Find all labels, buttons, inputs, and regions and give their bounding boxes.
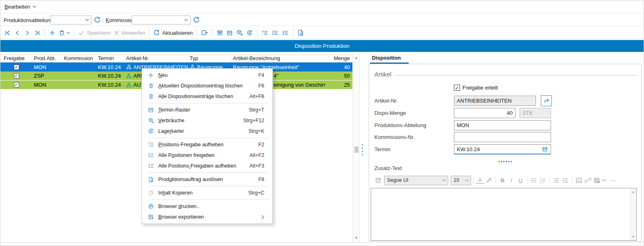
- indent-button[interactable]: [561, 176, 570, 185]
- font-color-button[interactable]: A: [476, 177, 485, 184]
- discard-button[interactable]: Verwerfen: [112, 27, 147, 38]
- scroll-up-icon[interactable]: ▲: [353, 56, 359, 60]
- chevron-down-icon: [32, 5, 37, 9]
- menu-item-verbraeuche[interactable]: Verbräuche Strg+F12: [142, 115, 272, 126]
- kommissions-nr-field[interactable]: [454, 132, 551, 142]
- record-navigator-button[interactable]: [199, 27, 210, 38]
- menu-item-browser-drucken[interactable]: Browser drucken..: [142, 201, 272, 212]
- refresh-icon[interactable]: [193, 16, 200, 24]
- trash-icon: [146, 83, 156, 89]
- freigabe-checkbox[interactable]: ✓: [14, 73, 19, 78]
- menu-item-produktionsauftrag-ausloesen[interactable]: Produktionsauftrag auslösen F8: [142, 174, 272, 185]
- cube-arrow-icon: [146, 117, 156, 124]
- produktionsauftrag-ausloesen-button[interactable]: [296, 27, 306, 38]
- col-header-menge[interactable]: Menge: [329, 54, 352, 62]
- menu-item-alle-eintraege-loeschen[interactable]: Alle Dispositionseinträge löschen Alt+F6: [142, 91, 272, 102]
- bullet-list-button[interactable]: [529, 176, 538, 185]
- separator: [572, 177, 572, 184]
- separator: [149, 29, 149, 37]
- lagerkartei-button[interactable]: [245, 27, 255, 38]
- col-header-kommission[interactable]: Kommission: [62, 54, 96, 62]
- verbraeuche-button[interactable]: [235, 27, 245, 38]
- menu-item-alle-positionen-freigeben[interactable]: Alle Positionen freigeben Alt+F2: [142, 150, 272, 161]
- last-record-button[interactable]: [32, 27, 42, 38]
- freigabe-checkbox[interactable]: ✓: [14, 82, 19, 87]
- col-header-typ[interactable]: Typ: [188, 54, 231, 62]
- submenu-arrow-icon: [261, 215, 264, 219]
- freigabe-erteilt-checkbox[interactable]: ✓: [454, 85, 460, 91]
- editor-vertical-scrollbar[interactable]: ▲ ▼: [630, 189, 636, 240]
- archive-button[interactable]: [215, 27, 225, 38]
- dispo-menge-field[interactable]: 40: [454, 108, 516, 118]
- chevron-down-icon[interactable]: [602, 179, 606, 182]
- insert-link-button[interactable]: [583, 176, 592, 185]
- menu-item-lagerkartei[interactable]: Lagerkartei Strg+K: [142, 126, 272, 136]
- alle-positionen-freigeben-button[interactable]: [270, 27, 280, 38]
- scroll-up-icon[interactable]: ▲: [631, 190, 636, 194]
- jump-to-artikel-button[interactable]: [541, 95, 552, 106]
- baugruppe-icon: [126, 73, 132, 79]
- bold-button[interactable]: B: [498, 176, 507, 185]
- calendar-icon[interactable]: [542, 146, 548, 152]
- next-record-button[interactable]: [22, 27, 32, 38]
- richtext-toolbar: Segoe UI 10 A B I U 123 —: [374, 175, 617, 186]
- produktions-abteilung-label: Produktions-Abteilung: [374, 122, 426, 128]
- menu-item-alle-positions-freigaben-aufheben[interactable]: Alle Positions-Freigaben aufheben Alt+F3: [142, 161, 272, 171]
- col-header-artikel-nr[interactable]: Artikel-Nr.: [124, 54, 188, 62]
- menu-item-inhalt-kopieren[interactable]: Inhalt Kopieren Strg+C: [142, 188, 272, 198]
- highlight-pen-button[interactable]: [485, 176, 494, 185]
- separator: [257, 29, 257, 37]
- delete-record-button[interactable]: [57, 27, 71, 38]
- produktionsabteilung-combobox[interactable]: [51, 16, 91, 25]
- termin-field[interactable]: KW.10.24: [454, 144, 551, 154]
- underline-button[interactable]: U: [516, 176, 525, 185]
- browser-title-bar: Disposition Produktion: [0, 40, 644, 52]
- col-header-artikel-bezeichnung[interactable]: Artikel-Bezeichnung: [231, 54, 329, 62]
- col-header-prodabt[interactable]: Prod.Abt.: [32, 54, 62, 62]
- zusatz-text-editor[interactable]: ▲ ▼: [371, 188, 637, 241]
- chevron-down-icon: [66, 31, 70, 34]
- outdent-button[interactable]: [552, 176, 561, 185]
- font-family-combobox[interactable]: Segoe UI: [384, 176, 448, 185]
- grid-vertical-scrollbar[interactable]: ▲ ▼: [353, 54, 360, 242]
- baugruppe-icon: [126, 64, 132, 70]
- artikel-nr-label: Artikel-Nr.: [374, 98, 398, 104]
- insert-image-button[interactable]: [574, 176, 583, 185]
- save-button[interactable]: Speichern: [77, 27, 112, 38]
- scrollbar-thumb[interactable]: [354, 146, 359, 153]
- col-header-termin[interactable]: Termin: [96, 54, 124, 62]
- menu-item-browser-exportieren[interactable]: Browser exportieren: [142, 212, 272, 222]
- doc-gear-icon: [297, 29, 305, 36]
- menu-item-neu[interactable]: Neu F4: [142, 70, 272, 81]
- text-block-icon[interactable]: [374, 176, 383, 185]
- separator: [293, 29, 293, 37]
- menu-item-termin-raster[interactable]: Termin-Raster Strg+T: [142, 105, 272, 115]
- bearbeiten-menu[interactable]: Bearbeiten: [4, 4, 37, 10]
- scroll-down-icon[interactable]: ▼: [631, 235, 636, 239]
- alle-positions-freigaben-aufheben-button[interactable]: [280, 27, 290, 38]
- artikel-nr-field[interactable]: ANTRIEBSEINHEITEN: [454, 96, 536, 106]
- insert-table-button[interactable]: [592, 176, 601, 185]
- positions-freigabe-aufheben-button[interactable]: [260, 27, 270, 38]
- scroll-down-icon[interactable]: ▼: [353, 236, 359, 240]
- produktions-abteilung-field[interactable]: MON: [454, 120, 551, 130]
- bearbeiten-label: Bearbeiten: [4, 4, 30, 10]
- refresh-button[interactable]: Aktualisieren: [152, 27, 194, 38]
- font-size-combobox[interactable]: 10: [451, 176, 471, 185]
- horizontal-rule-button[interactable]: —: [609, 176, 617, 185]
- col-header-freigabe[interactable]: Freigabe: [0, 54, 32, 62]
- new-record-button[interactable]: [47, 27, 57, 38]
- italic-button[interactable]: I: [507, 176, 516, 185]
- section-splitter-handle[interactable]: [498, 161, 512, 162]
- freigabe-checkbox[interactable]: ✓: [14, 65, 19, 70]
- tab-disposition[interactable]: Disposition: [372, 55, 401, 61]
- termin-raster-button[interactable]: [225, 27, 235, 38]
- panel-splitter-handle[interactable]: [362, 144, 363, 155]
- kommission-combobox[interactable]: [132, 16, 190, 25]
- menu-item-positions-freigabe-aufheben[interactable]: Positions-Freigabe aufheben F2: [142, 139, 272, 150]
- first-record-button[interactable]: [3, 27, 13, 38]
- menu-item-aktuellen-eintrag-loeschen[interactable]: Aktuellen Dispositionseintrag löschen F6: [142, 81, 272, 91]
- refresh-icon[interactable]: [93, 16, 101, 24]
- numbered-list-button[interactable]: 123: [538, 176, 547, 185]
- previous-record-button[interactable]: [13, 27, 22, 38]
